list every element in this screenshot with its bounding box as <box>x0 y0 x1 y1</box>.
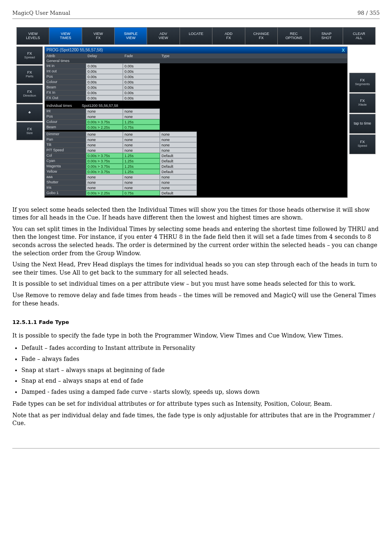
type-cell[interactable]: none <box>160 142 197 148</box>
side-button[interactable]: FXXfade <box>349 93 376 113</box>
table-row[interactable]: Colour0.00s0.00s <box>45 79 347 85</box>
delay-cell[interactable]: 0.00s > 3.75s <box>86 153 123 158</box>
table-row[interactable]: Beam0.00s0.00s <box>45 85 347 90</box>
delay-cell[interactable]: 0.00s > 3.75s <box>86 119 123 125</box>
delay-cell[interactable]: none <box>86 114 123 119</box>
top-button[interactable]: VIEWLEVELS <box>17 28 49 44</box>
delay-cell[interactable]: 0.00s > 2.25s <box>86 125 123 130</box>
type-cell[interactable]: Default <box>160 164 197 169</box>
fade-cell[interactable]: 1.25s <box>123 164 160 169</box>
delay-cell[interactable]: none <box>86 142 123 148</box>
side-button[interactable]: FXSize <box>16 122 43 141</box>
fade-cell[interactable]: 1.25s <box>123 119 160 125</box>
fade-cell[interactable]: none <box>123 137 160 142</box>
table-row[interactable]: FX In0.00s0.00s <box>45 90 347 95</box>
type-cell[interactable]: none <box>160 185 197 190</box>
delay-cell[interactable]: 0.00s <box>86 95 123 101</box>
table-row[interactable]: aaanonenonenone <box>45 174 347 180</box>
top-button[interactable]: LOCATE <box>180 28 212 44</box>
type-cell[interactable]: none <box>160 148 197 153</box>
table-row[interactable]: Shutternonenonenone <box>45 180 347 185</box>
fade-cell[interactable]: 0.00s <box>123 63 160 69</box>
fade-cell[interactable]: 1.25s <box>123 158 160 164</box>
type-cell[interactable]: none <box>160 180 197 185</box>
delay-cell[interactable]: 0.00s <box>86 74 123 79</box>
fade-cell[interactable]: 1.25s <box>123 153 160 158</box>
type-cell[interactable]: none <box>160 132 197 137</box>
table-row[interactable]: Irisnonenonenone <box>45 185 347 190</box>
table-row[interactable]: Yellow0.00s > 3.75s1.25sDefault <box>45 169 347 174</box>
fade-cell[interactable]: 0.00s <box>123 95 160 101</box>
table-row[interactable]: Cyan0.00s > 3.75s1.25sDefault <box>45 158 347 164</box>
delay-cell[interactable]: 0.00s <box>86 90 123 95</box>
side-button[interactable]: FXSpread <box>16 46 43 65</box>
delay-cell[interactable]: none <box>86 185 123 190</box>
table-row[interactable]: P/T Speednonenonenone <box>45 148 347 153</box>
fade-cell[interactable]: none <box>123 180 160 185</box>
table-row[interactable]: Int in0.00s0.00s <box>45 63 347 69</box>
top-button[interactable]: ADVVIEW <box>147 28 180 44</box>
type-cell[interactable]: none <box>160 174 197 180</box>
side-button[interactable]: FXParts <box>16 65 43 84</box>
fade-cell[interactable]: 0.00s <box>123 79 160 85</box>
table-row[interactable]: Magenta0.00s > 3.75s1.25sDefault <box>45 164 347 169</box>
fade-cell[interactable]: 0.75s <box>123 190 160 196</box>
top-button[interactable]: RECOPTIONS <box>278 28 310 44</box>
table-row[interactable]: Colour0.00s > 3.75s1.25s <box>45 119 347 125</box>
table-row[interactable]: Tiltnonenonenone <box>45 142 347 148</box>
type-cell[interactable]: Default <box>160 158 197 164</box>
table-row[interactable]: Gobo 10.00s > 2.25s0.75sDefault <box>45 190 347 196</box>
close-icon[interactable]: X <box>342 48 346 53</box>
fade-cell[interactable]: none <box>123 132 160 137</box>
top-button[interactable]: SIMPLEVIEW <box>115 28 147 44</box>
delay-cell[interactable]: none <box>86 148 123 153</box>
fade-cell[interactable]: none <box>123 142 160 148</box>
fade-cell[interactable]: none <box>123 174 160 180</box>
fade-cell[interactable]: none <box>123 114 160 119</box>
delay-cell[interactable]: none <box>86 132 123 137</box>
fade-cell[interactable]: none <box>123 148 160 153</box>
table-row[interactable]: Col0.00s > 3.75s1.25sDefault <box>45 153 347 158</box>
fade-cell[interactable]: 0.00s <box>123 90 160 95</box>
table-row[interactable]: Pos0.00s0.00s <box>45 74 347 79</box>
delay-cell[interactable]: none <box>86 109 123 114</box>
side-button[interactable]: FXSegments <box>349 73 376 92</box>
side-button[interactable]: FXDirection <box>16 85 43 103</box>
table-row[interactable]: Dimmernonenonenone <box>45 132 347 137</box>
table-row[interactable]: Posnonenone <box>45 114 347 119</box>
delay-cell[interactable]: none <box>86 174 123 180</box>
fade-cell[interactable]: 0.00s <box>123 74 160 79</box>
side-button[interactable]: tap to time <box>349 114 376 134</box>
top-button[interactable]: VIEWTIMES <box>49 28 82 44</box>
type-cell[interactable]: Default <box>160 153 197 158</box>
top-button[interactable]: CLEARALL <box>343 28 375 44</box>
table-row[interactable]: Pannonenonenone <box>45 137 347 142</box>
table-row[interactable]: Int out0.00s0.00s <box>45 69 347 74</box>
side-button[interactable]: ♣ <box>16 104 43 121</box>
top-button[interactable]: CHANGEFX <box>245 28 278 44</box>
delay-cell[interactable]: none <box>86 137 123 142</box>
table-row[interactable]: FX Out0.00s0.00s <box>45 95 347 101</box>
delay-cell[interactable]: 0.00s <box>86 79 123 85</box>
top-button[interactable]: ADDFX <box>212 28 245 44</box>
top-button[interactable]: VIEWFX <box>82 28 115 44</box>
fade-cell[interactable]: 1.25s <box>123 169 160 174</box>
fade-cell[interactable]: 0.00s <box>123 85 160 90</box>
fade-cell[interactable]: none <box>123 109 160 114</box>
delay-cell[interactable]: 0.00s > 2.25s <box>86 190 123 196</box>
type-cell[interactable]: Default <box>160 190 197 196</box>
delay-cell[interactable]: 0.00s > 3.75s <box>86 169 123 174</box>
top-button[interactable]: SNAPSHOT <box>310 28 343 44</box>
delay-cell[interactable]: 0.00s > 3.75s <box>86 158 123 164</box>
table-row[interactable]: Beam0.00s > 2.25s0.75s <box>45 125 347 130</box>
fade-cell[interactable]: 0.75s <box>123 125 160 130</box>
delay-cell[interactable]: 0.00s <box>86 63 123 69</box>
type-cell[interactable]: none <box>160 137 197 142</box>
fade-cell[interactable]: 0.00s <box>123 69 160 74</box>
delay-cell[interactable]: 0.00s <box>86 69 123 74</box>
delay-cell[interactable]: none <box>86 180 123 185</box>
delay-cell[interactable]: 0.00s <box>86 85 123 90</box>
fade-cell[interactable]: none <box>123 185 160 190</box>
side-button[interactable]: FXSpeed <box>349 134 376 154</box>
table-row[interactable]: Intnonenone <box>45 109 347 114</box>
